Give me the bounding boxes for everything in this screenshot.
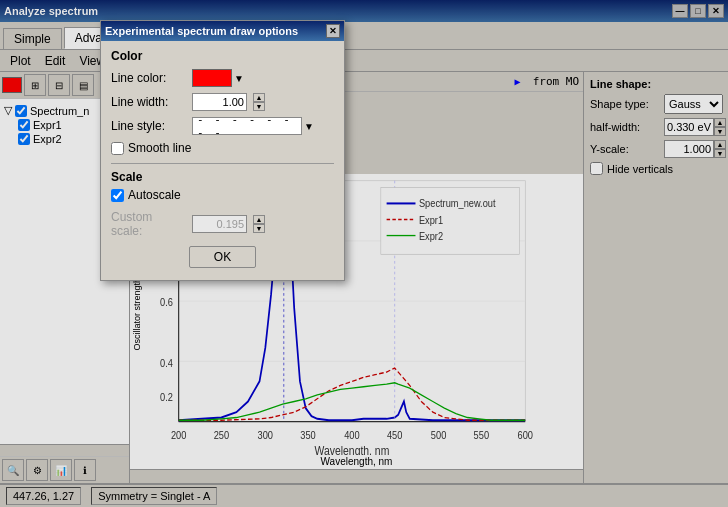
modal-width-row: Line width: ▲ ▼ [111,93,334,111]
smooth-label: Smooth line [128,141,191,155]
modal-ok-button[interactable]: OK [189,246,256,268]
modal-smooth-row: Smooth line [111,141,334,155]
modal-autoscale-row: Autoscale [111,188,334,202]
modal-style-label: Line style: [111,119,186,133]
custom-scale-spinners: ▲ ▼ [253,215,265,233]
custom-scale-up[interactable]: ▲ [253,215,265,224]
autoscale-label: Autoscale [128,188,181,202]
color-dropdown[interactable]: ▼ [192,69,244,87]
custom-scale-input[interactable] [192,215,247,233]
line-style-display[interactable]: - - - - - - - - [192,117,302,135]
smooth-checkbox[interactable] [111,142,124,155]
modal-width-spinners: ▲ ▼ [253,93,265,111]
modal-overlay: Experimental spectrum draw options ✕ Col… [0,0,728,507]
modal-close-button[interactable]: ✕ [326,24,340,38]
color-dropdown-arrow[interactable]: ▼ [234,73,244,84]
style-select-wrap: - - - - - - - - ▼ [192,117,314,135]
modal-width-up[interactable]: ▲ [253,93,265,102]
modal-scale-section: Scale [111,170,334,184]
modal-width-input[interactable] [192,93,247,111]
modal-width-down[interactable]: ▼ [253,102,265,111]
autoscale-checkbox[interactable] [111,189,124,202]
modal-divider [111,163,334,164]
modal-custom-scale-row: Custom scale: ▲ ▼ [111,210,334,238]
modal-title-bar: Experimental spectrum draw options ✕ [101,21,344,41]
modal-color-section: Color [111,49,334,63]
modal-width-label: Line width: [111,95,186,109]
modal-color-row: Line color: ▼ [111,69,334,87]
custom-scale-down[interactable]: ▼ [253,224,265,233]
modal-style-row: Line style: - - - - - - - - ▼ [111,117,334,135]
custom-scale-label: Custom scale: [111,210,186,238]
modal-dialog: Experimental spectrum draw options ✕ Col… [100,20,345,281]
modal-color-label: Line color: [111,71,186,85]
style-dropdown-arrow[interactable]: ▼ [304,121,314,132]
color-box[interactable] [192,69,232,87]
modal-body: Color Line color: ▼ Line width: ▲ ▼ Line… [101,41,344,280]
modal-title: Experimental spectrum draw options [105,25,298,37]
